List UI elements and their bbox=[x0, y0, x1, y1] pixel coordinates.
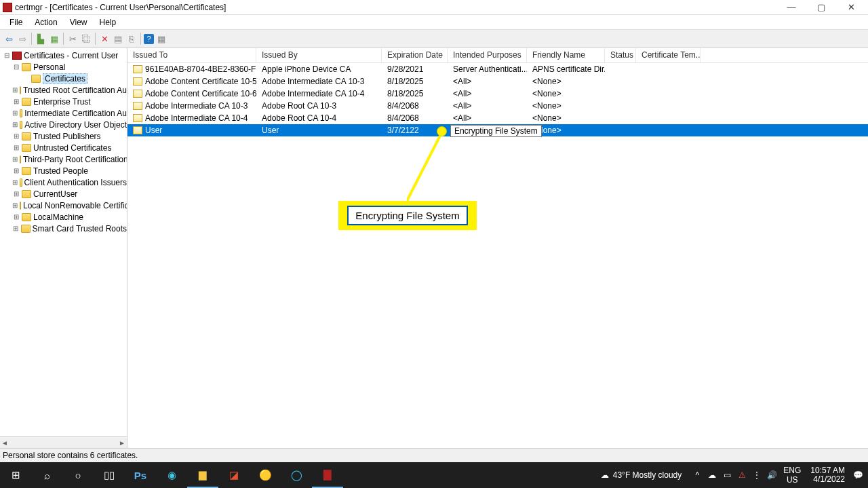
tree-toggle-icon[interactable]: ⊞ bbox=[12, 132, 20, 140]
tree-toggle-icon[interactable]: ⊞ bbox=[12, 109, 18, 117]
delete-button[interactable]: ✕ bbox=[98, 33, 111, 45]
show-hide-button[interactable]: ▦ bbox=[48, 33, 60, 45]
tray-onedrive-icon[interactable]: ☁ bbox=[706, 470, 718, 480]
cell: 8/4/2068 bbox=[382, 113, 448, 123]
tree-toggle-icon[interactable]: ⊞ bbox=[12, 202, 18, 209]
taskbar-app-chrome[interactable]: 🟡 bbox=[250, 462, 281, 488]
cert-root-icon bbox=[12, 52, 22, 60]
tree-toggle-icon[interactable]: ⊞ bbox=[12, 167, 20, 174]
cortana-button[interactable]: ○ bbox=[62, 462, 94, 488]
folder-icon bbox=[22, 213, 31, 221]
certificate-row[interactable]: 961E40AB-8704-4BE2-8360-F85...Apple iPho… bbox=[127, 63, 868, 75]
taskbar-app-photoshop[interactable]: Ps bbox=[125, 462, 156, 488]
certificate-row[interactable]: Adobe Content Certificate 10-6Adobe Inte… bbox=[127, 88, 868, 100]
certificate-row[interactable]: Adobe Intermediate CA 10-4Adobe Root CA … bbox=[127, 112, 868, 124]
tray-chevron-icon[interactable]: ^ bbox=[691, 470, 703, 480]
tree-item[interactable]: ⊞Local NonRemovable Certific bbox=[0, 200, 127, 211]
column-header[interactable]: Status bbox=[605, 48, 636, 62]
certificate-icon bbox=[133, 77, 142, 86]
column-header[interactable]: Issued To bbox=[127, 48, 256, 62]
tree-item[interactable]: ⊞Enterprise Trust bbox=[0, 96, 127, 107]
cell: <All> bbox=[448, 89, 527, 98]
maximize-button[interactable]: ▢ bbox=[812, 2, 830, 12]
close-button[interactable]: ✕ bbox=[842, 2, 860, 12]
menu-action[interactable]: Action bbox=[29, 16, 62, 29]
cell: <None> bbox=[527, 101, 605, 111]
taskbar-app-edge[interactable]: ◉ bbox=[156, 462, 187, 488]
tree-label: Untrusted Certificates bbox=[33, 143, 111, 153]
tree-item[interactable]: ⊞Untrusted Certificates bbox=[0, 142, 127, 153]
tray-wifi-icon[interactable]: ⋮ bbox=[751, 470, 763, 480]
column-header[interactable]: Friendly Name bbox=[527, 48, 605, 62]
tree-item[interactable]: Certificates bbox=[0, 73, 127, 84]
export-button[interactable]: ⎘ bbox=[125, 33, 138, 45]
search-button[interactable]: ⌕ bbox=[31, 462, 62, 488]
tree-toggle-icon[interactable]: ⊞ bbox=[12, 190, 20, 198]
taskbar-app-certmgr[interactable]: ▇ bbox=[312, 462, 343, 488]
scroll-right-icon[interactable]: ► bbox=[119, 439, 125, 447]
start-button[interactable]: ⊞ bbox=[0, 462, 31, 488]
menu-file[interactable]: File bbox=[4, 16, 28, 29]
help-button[interactable]: ? bbox=[144, 34, 154, 44]
tray-security-icon[interactable]: ⚠ bbox=[736, 470, 748, 480]
tree-item[interactable]: ⊞Trusted Root Certification Au bbox=[0, 84, 127, 96]
tree-toggle-icon[interactable]: ⊞ bbox=[12, 144, 20, 151]
cut-button[interactable]: ✂ bbox=[66, 33, 79, 45]
column-header[interactable]: Certificate Tem... bbox=[636, 48, 701, 62]
taskbar-app-explorer[interactable]: ▆ bbox=[187, 462, 218, 488]
toolbar: ⇦ ⇨ ▙ ▦ ✂ ⿻ ✕ ▤ ⎘ ? ▦ bbox=[0, 29, 868, 48]
tree-toggle-icon[interactable]: ⊞ bbox=[12, 98, 20, 105]
taskbar-app-alexa[interactable]: ◯ bbox=[281, 462, 312, 488]
copy-button[interactable]: ⿻ bbox=[80, 33, 92, 45]
view-button[interactable]: ▦ bbox=[155, 33, 167, 45]
cell: Apple iPhone Device CA bbox=[256, 64, 382, 74]
forward-button[interactable]: ⇨ bbox=[16, 33, 28, 45]
taskbar-app-office[interactable]: ◪ bbox=[218, 462, 250, 488]
tree-label: Certificates bbox=[43, 73, 87, 84]
scroll-left-icon[interactable]: ◄ bbox=[1, 439, 8, 447]
tree-item[interactable]: ⊟Personal bbox=[0, 61, 127, 73]
cell: 8/18/2025 bbox=[382, 89, 448, 98]
certificate-row[interactable]: Adobe Content Certificate 10-5Adobe Inte… bbox=[127, 75, 868, 88]
tree-item[interactable]: ⊞Third-Party Root Certification bbox=[0, 153, 127, 165]
up-button[interactable]: ▙ bbox=[35, 33, 47, 45]
weather-widget[interactable]: ☁ 43°F Mostly cloudy bbox=[594, 470, 689, 480]
language-indicator[interactable]: ENGUS bbox=[781, 466, 804, 485]
tree-toggle-icon[interactable]: ⊞ bbox=[12, 155, 18, 163]
clock[interactable]: 10:57 AM 4/1/2022 bbox=[806, 466, 849, 484]
properties-button[interactable]: ▤ bbox=[112, 33, 124, 45]
tree-toggle-icon[interactable]: ⊞ bbox=[12, 213, 20, 221]
tree-item[interactable]: ⊞Trusted Publishers bbox=[0, 130, 127, 142]
tree-item[interactable]: ⊞CurrentUser bbox=[0, 188, 127, 200]
tree-toggle-icon[interactable]: ⊞ bbox=[12, 225, 19, 232]
tree-item[interactable]: ⊞LocalMachine bbox=[0, 211, 127, 223]
column-header[interactable]: Intended Purposes bbox=[448, 48, 527, 62]
tree-label: Trusted Publishers bbox=[33, 132, 101, 141]
taskview-button[interactable]: ▯▯ bbox=[94, 462, 125, 488]
tree-toggle-icon[interactable]: ⊟ bbox=[3, 52, 10, 59]
notifications-button[interactable]: 💬 bbox=[852, 470, 864, 480]
tree-item[interactable]: ⊞Active Directory User Object bbox=[0, 119, 127, 130]
back-button[interactable]: ⇦ bbox=[3, 33, 15, 45]
tree-item[interactable]: ⊞Smart Card Trusted Roots bbox=[0, 223, 127, 234]
horizontal-scrollbar[interactable]: ◄ ► bbox=[0, 436, 127, 448]
minimize-button[interactable]: — bbox=[783, 2, 800, 12]
tree-toggle-icon[interactable]: ⊞ bbox=[12, 179, 18, 186]
tree-toggle-icon[interactable]: ⊟ bbox=[12, 63, 20, 71]
column-header[interactable]: Expiration Date bbox=[382, 48, 448, 62]
tree-root[interactable]: ⊟Certificates - Current User bbox=[0, 50, 127, 61]
tree-label: Third-Party Root Certification bbox=[23, 155, 127, 164]
column-header[interactable]: Issued By bbox=[256, 48, 382, 62]
menu-help[interactable]: Help bbox=[94, 16, 122, 29]
tree-item[interactable]: ⊞Intermediate Certification Au bbox=[0, 107, 127, 119]
tree-toggle-icon[interactable]: ⊞ bbox=[12, 86, 18, 94]
menu-view[interactable]: View bbox=[64, 16, 93, 29]
folder-icon bbox=[31, 75, 41, 83]
tray-volume-icon[interactable]: 🔊 bbox=[766, 470, 778, 480]
certificate-row[interactable]: Adobe Intermediate CA 10-3Adobe Root CA … bbox=[127, 100, 868, 112]
tree-toggle-icon[interactable]: ⊞ bbox=[12, 121, 18, 128]
certificate-icon bbox=[133, 114, 142, 122]
tree-item[interactable]: ⊞Trusted People bbox=[0, 165, 127, 176]
tray-battery-icon[interactable]: ▭ bbox=[721, 470, 733, 480]
tree-item[interactable]: ⊞Client Authentication Issuers bbox=[0, 176, 127, 188]
